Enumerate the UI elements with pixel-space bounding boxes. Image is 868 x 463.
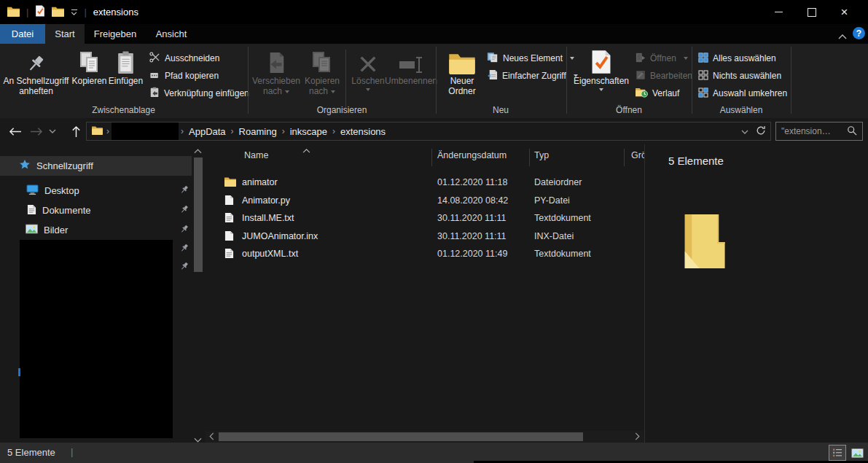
tab-start[interactable]: Start bbox=[45, 24, 85, 44]
address-dropdown-chevron-icon[interactable] bbox=[741, 126, 748, 136]
rename-button[interactable]: Umbenennen bbox=[388, 47, 434, 86]
move-to-button[interactable]: Verschieben nach bbox=[253, 47, 300, 96]
tab-ansicht[interactable]: Ansicht bbox=[146, 24, 197, 44]
column-resize-handle[interactable] bbox=[624, 149, 625, 166]
properties-button[interactable]: Eigenschaften bbox=[571, 47, 631, 91]
copy-to-button[interactable]: Kopieren nach bbox=[301, 47, 343, 96]
group-separator bbox=[345, 50, 346, 108]
rename-icon bbox=[399, 47, 423, 74]
breadcrumb-appdata[interactable]: AppData bbox=[186, 126, 229, 137]
history-button[interactable]: Verlauf bbox=[636, 86, 679, 101]
pin-icon[interactable] bbox=[180, 225, 189, 236]
edit-button[interactable]: Bearbeiten bbox=[636, 69, 692, 83]
invert-selection-button[interactable]: Auswahl umkehren bbox=[698, 86, 787, 101]
scroll-up-icon[interactable] bbox=[194, 146, 202, 156]
back-button[interactable] bbox=[6, 122, 23, 140]
horizontal-scrollbar[interactable] bbox=[206, 431, 644, 443]
sidebar-scrollbar[interactable] bbox=[192, 144, 205, 443]
up-button[interactable] bbox=[67, 122, 85, 140]
pin-to-quick-access-button[interactable]: An Schnellzugriff anheften bbox=[1, 47, 71, 96]
help-icon[interactable]: ? bbox=[853, 27, 865, 39]
cut-button[interactable]: Ausschneiden bbox=[149, 51, 219, 66]
file-icon bbox=[224, 230, 234, 244]
qat-new-folder-icon[interactable] bbox=[52, 6, 64, 19]
minimize-button[interactable] bbox=[762, 0, 795, 24]
address-bar[interactable]: › › AppData › Roaming › inkscape › exten… bbox=[86, 122, 771, 141]
scissors-icon bbox=[149, 52, 160, 65]
column-resize-handle[interactable] bbox=[431, 149, 432, 166]
tab-freigeben[interactable]: Freigeben bbox=[85, 24, 146, 44]
breadcrumb-extensions[interactable]: extensions bbox=[337, 126, 388, 137]
sidebar-item-bilder[interactable]: Bilder bbox=[0, 220, 192, 240]
details-view-button[interactable] bbox=[829, 445, 846, 461]
qat-properties-icon[interactable] bbox=[35, 5, 45, 19]
copy-path-button[interactable]: Pfad kopieren bbox=[149, 69, 219, 83]
file-row-animator-py[interactable]: Animator.py 14.08.2020 08:42 PY-Datei bbox=[206, 192, 644, 209]
preview-item-count: 5 Elemente bbox=[668, 155, 724, 167]
column-resize-handle[interactable] bbox=[529, 149, 530, 166]
qat-customize-chevron-icon[interactable] bbox=[71, 9, 77, 15]
preview-folder-icon bbox=[676, 213, 729, 272]
document-icon bbox=[27, 204, 36, 217]
dropdown-caret bbox=[599, 88, 603, 91]
copy-button[interactable]: Kopieren bbox=[71, 47, 107, 86]
scroll-right-icon[interactable] bbox=[635, 432, 640, 442]
delete-button[interactable]: Löschen bbox=[349, 47, 387, 91]
pin-icon[interactable] bbox=[180, 185, 189, 196]
pin-icon[interactable] bbox=[180, 205, 189, 216]
column-header-date[interactable]: Änderungsdatum bbox=[437, 150, 507, 160]
copy-to-icon bbox=[312, 47, 332, 74]
tab-datei[interactable]: Datei bbox=[0, 24, 45, 44]
breadcrumb-inkscape[interactable]: inkscape bbox=[287, 126, 330, 137]
open-icon bbox=[636, 52, 646, 65]
column-header-type[interactable]: Typ bbox=[534, 150, 549, 160]
file-row-jumoanimator[interactable]: JUMOAnimator.inx 30.11.2020 11:11 INX-Da… bbox=[206, 227, 644, 245]
pane-divider[interactable] bbox=[644, 144, 645, 443]
copy-icon bbox=[79, 47, 100, 74]
recent-locations-chevron-icon[interactable] bbox=[47, 122, 58, 140]
pin-icon[interactable] bbox=[180, 244, 189, 254]
maximize-button[interactable] bbox=[795, 0, 828, 24]
open-button[interactable]: Öffnen bbox=[636, 51, 688, 66]
scroll-left-icon[interactable] bbox=[209, 432, 214, 442]
close-button[interactable]: × bbox=[828, 0, 861, 24]
horizontal-scrollbar-thumb[interactable] bbox=[219, 432, 583, 441]
ribbon-collapse-chevron-icon[interactable] bbox=[838, 31, 847, 42]
group-label-new: Neu bbox=[436, 105, 566, 115]
paste-shortcut-icon bbox=[149, 87, 160, 100]
invert-selection-icon bbox=[698, 87, 708, 100]
sidebar-scrollbar-thumb[interactable] bbox=[194, 157, 203, 272]
text-file-icon bbox=[224, 248, 234, 261]
column-header-size[interactable]: Größe bbox=[631, 150, 644, 160]
sidebar-item-quick-access[interactable]: Schnellzugriff bbox=[0, 156, 192, 176]
file-row-animator[interactable]: animator 01.12.2020 11:18 Dateiordner bbox=[206, 174, 644, 191]
easy-access-button[interactable]: Einfacher Zugriff bbox=[487, 69, 578, 83]
sidebar-item-desktop[interactable]: Desktop bbox=[0, 181, 192, 201]
breadcrumb-roaming[interactable]: Roaming bbox=[236, 126, 280, 137]
column-header-name[interactable]: Name bbox=[244, 150, 268, 160]
paste-shortcut-button[interactable]: Verknüpfung einfügen bbox=[149, 86, 249, 101]
status-item-count: 5 Elemente bbox=[7, 447, 55, 458]
edit-icon bbox=[636, 70, 646, 82]
titlebar: | | extensions × bbox=[0, 0, 868, 24]
breadcrumb-chevron: › bbox=[229, 126, 236, 136]
app-folder-icon bbox=[7, 6, 20, 19]
forward-button[interactable] bbox=[28, 122, 45, 140]
file-row-outputxml[interactable]: outputXML.txt 01.12.2020 11:49 Textdokum… bbox=[206, 245, 644, 262]
search-input[interactable]: "extension… bbox=[775, 122, 863, 141]
new-item-button[interactable]: Neues Element bbox=[487, 51, 574, 66]
paste-button[interactable]: Einfügen bbox=[108, 47, 144, 86]
refresh-icon[interactable] bbox=[756, 125, 766, 138]
sidebar-item-dokumente[interactable]: Dokumente bbox=[0, 201, 192, 220]
select-none-button[interactable]: Nichts auswählen bbox=[698, 69, 781, 83]
desktop-icon bbox=[26, 184, 39, 198]
search-icon[interactable] bbox=[847, 125, 857, 138]
thumbnail-view-button[interactable] bbox=[848, 445, 866, 461]
move-to-icon bbox=[266, 47, 286, 74]
group-separator bbox=[692, 47, 692, 114]
pin-icon[interactable] bbox=[180, 262, 189, 273]
new-folder-button[interactable]: Neuer Ordner bbox=[442, 47, 482, 96]
select-all-button[interactable]: Alles auswählen bbox=[698, 51, 776, 66]
file-row-install-me[interactable]: Install.ME.txt 30.11.2020 11:11 Textdoku… bbox=[206, 209, 644, 227]
group-separator bbox=[791, 47, 791, 114]
